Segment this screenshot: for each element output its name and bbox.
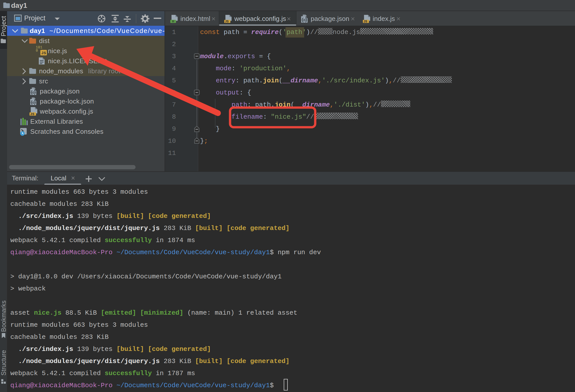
svg-text:JS: JS [225, 20, 229, 23]
svg-text:JS: JS [30, 112, 34, 116]
svg-text:H: H [172, 20, 174, 23]
svg-text:JS: JS [364, 20, 367, 23]
